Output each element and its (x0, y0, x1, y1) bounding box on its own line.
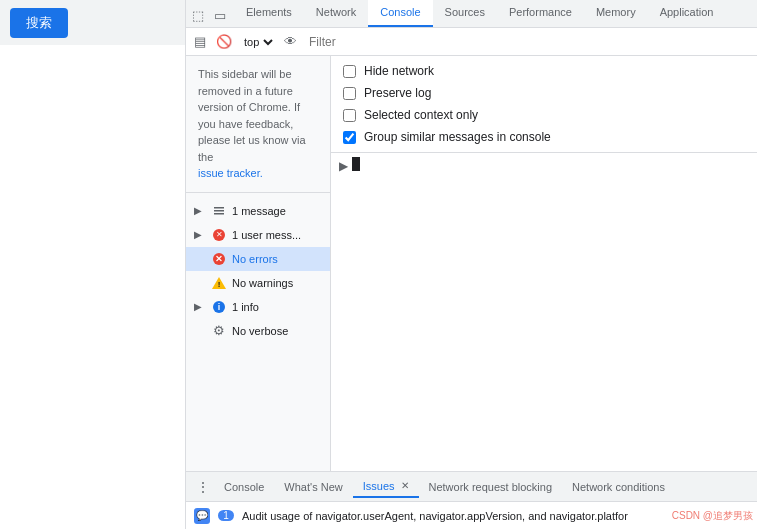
hide-network-checkbox[interactable] (343, 65, 356, 78)
sidebar-toggle-icon[interactable]: ▤ (192, 32, 208, 51)
hide-network-label: Hide network (364, 64, 434, 78)
selected-context-row[interactable]: Selected context only (343, 108, 745, 122)
sidebar-item-warnings[interactable]: ! No warnings (186, 271, 330, 295)
errors-label: No errors (232, 253, 278, 265)
svg-rect-0 (214, 207, 224, 209)
devtools-tab-bar: ⬚ ▭ Elements Network Console Sources Per… (186, 0, 757, 28)
preserve-log-checkbox[interactable] (343, 87, 356, 100)
group-similar-label: Group similar messages in console (364, 130, 551, 144)
console-cursor (352, 157, 360, 171)
devtools-panel: ⬚ ▭ Elements Network Console Sources Per… (185, 0, 757, 529)
group-similar-checkbox[interactable] (343, 131, 356, 144)
svg-rect-1 (214, 210, 224, 212)
chevron-right-icon: ▶ (194, 301, 206, 312)
hide-network-row[interactable]: Hide network (343, 64, 745, 78)
user-error-icon: ✕ (212, 228, 226, 242)
sidebar-item-verbose[interactable]: ⚙ No verbose (186, 319, 330, 343)
sidebar-item-user-messages[interactable]: ▶ ✕ 1 user mess... (186, 223, 330, 247)
sidebar-item-errors[interactable]: ✕ No errors (186, 247, 330, 271)
close-issues-tab-icon[interactable]: ✕ (401, 480, 409, 491)
messages-label: 1 message (232, 205, 286, 217)
console-toolbar: ▤ 🚫 top 👁 (186, 28, 757, 56)
issue-tracker-link[interactable]: issue tracker. (198, 167, 263, 179)
console-settings-dropdown: Hide network Preserve log Selected conte… (331, 56, 757, 153)
watermark: CSDN @追梦男孩 (672, 502, 757, 529)
sidebar-item-messages[interactable]: ▶ 1 message (186, 199, 330, 223)
preserve-log-label: Preserve log (364, 86, 431, 100)
verbose-label: No verbose (232, 325, 288, 337)
chevron-right-icon: ▶ (194, 229, 206, 240)
main-area: This sidebar will be removed in a future… (186, 56, 757, 471)
context-selector[interactable]: top (240, 35, 276, 49)
warnings-label: No warnings (232, 277, 293, 289)
issues-count-badge: 1 (218, 510, 234, 521)
filter-input[interactable] (305, 35, 751, 49)
console-input-area[interactable]: ▶ (331, 153, 757, 471)
console-prompt: ▶ (339, 159, 348, 173)
sidebar-item-info[interactable]: ▶ i 1 info (186, 295, 330, 319)
selected-context-label: Selected context only (364, 108, 478, 122)
bottom-tab-console[interactable]: Console (214, 477, 274, 497)
sidebar-notice: This sidebar will be removed in a future… (186, 56, 330, 193)
user-messages-label: 1 user mess... (232, 229, 301, 241)
inspect-icon[interactable]: ⬚ (190, 7, 206, 23)
chevron-right-icon: ▶ (194, 205, 206, 216)
issues-bar: 💬 1 Audit usage of navigator.userAgent, … (186, 501, 757, 529)
search-button[interactable]: 搜索 (10, 8, 68, 38)
tab-network[interactable]: Network (304, 0, 368, 27)
tab-console[interactable]: Console (368, 0, 432, 27)
bottom-tab-whats-new[interactable]: What's New (274, 477, 352, 497)
verbose-icon: ⚙ (212, 324, 226, 338)
info-label: 1 info (232, 301, 259, 313)
browser-top-area: 搜索 (0, 0, 185, 45)
selected-context-checkbox[interactable] (343, 109, 356, 122)
tab-performance[interactable]: Performance (497, 0, 584, 27)
info-icon: i (212, 300, 226, 314)
sidebar-items-list: ▶ 1 message ▶ ✕ (186, 193, 330, 343)
tab-sources[interactable]: Sources (433, 0, 497, 27)
console-sidebar: This sidebar will be removed in a future… (186, 56, 331, 471)
tab-bar-icons: ⬚ ▭ (190, 7, 234, 27)
issues-text: Audit usage of navigator.userAgent, navi… (242, 510, 628, 522)
svg-rect-2 (214, 213, 224, 215)
group-similar-row[interactable]: Group similar messages in console (343, 130, 745, 144)
bottom-tab-network-conditions[interactable]: Network conditions (562, 477, 675, 497)
issues-tab-label: Issues (363, 480, 395, 492)
clear-icon[interactable]: 🚫 (214, 32, 234, 51)
console-content: Hide network Preserve log Selected conte… (331, 56, 757, 471)
error-icon: ✕ (212, 252, 226, 266)
bottom-tab-bar: ⋮ Console What's New Issues ✕ Network re… (186, 471, 757, 501)
issues-chat-icon: 💬 (194, 508, 210, 524)
list-icon (212, 204, 226, 218)
bottom-tab-issues[interactable]: Issues ✕ (353, 476, 419, 498)
tab-memory[interactable]: Memory (584, 0, 648, 27)
preserve-log-row[interactable]: Preserve log (343, 86, 745, 100)
bottom-tab-network-blocking[interactable]: Network request blocking (419, 477, 563, 497)
device-icon[interactable]: ▭ (212, 7, 228, 23)
eye-icon[interactable]: 👁 (282, 32, 299, 51)
warning-icon: ! (212, 276, 226, 290)
more-options-icon[interactable]: ⋮ (192, 477, 214, 497)
tab-application[interactable]: Application (648, 0, 726, 27)
tab-elements[interactable]: Elements (234, 0, 304, 27)
